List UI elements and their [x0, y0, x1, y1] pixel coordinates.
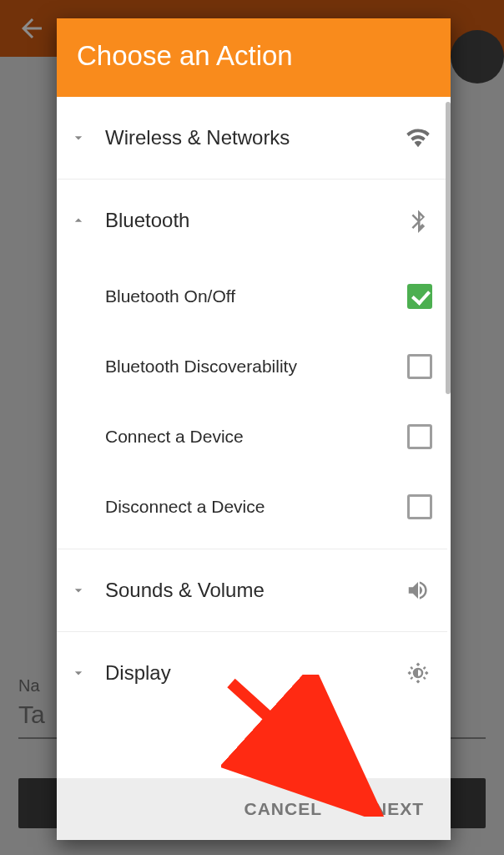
section-display: Display: [57, 632, 447, 714]
checkbox-checked[interactable]: [407, 284, 432, 309]
checkbox-unchecked[interactable]: [407, 494, 432, 519]
bluetooth-subitems: Bluetooth On/Off Bluetooth Discoverabili…: [57, 261, 447, 549]
section-header-sounds[interactable]: Sounds & Volume: [57, 549, 447, 631]
chevron-down-icon: [67, 579, 90, 602]
dialog-list[interactable]: Wireless & Networks Bluetooth Bluetooth …: [57, 97, 451, 778]
option-disconnect-device[interactable]: Disconnect a Device: [57, 472, 447, 542]
checkbox-unchecked[interactable]: [407, 424, 432, 449]
option-label: Disconnect a Device: [105, 497, 407, 517]
dialog-title: Choose an Action: [77, 40, 431, 72]
section-header-wireless[interactable]: Wireless & Networks: [57, 97, 447, 179]
scrollbar[interactable]: [446, 102, 451, 394]
section-header-bluetooth[interactable]: Bluetooth: [57, 180, 447, 261]
volume-icon: [404, 576, 432, 605]
option-label: Connect a Device: [105, 427, 407, 447]
cancel-button[interactable]: CANCEL: [239, 792, 327, 826]
fab-button: [451, 30, 504, 83]
section-sounds-volume: Sounds & Volume: [57, 549, 447, 632]
section-title: Sounds & Volume: [105, 579, 404, 602]
chevron-down-icon: [67, 126, 90, 149]
section-bluetooth: Bluetooth Bluetooth On/Off Bluetooth Dis…: [57, 180, 447, 549]
dialog-header: Choose an Action: [57, 18, 451, 97]
option-bluetooth-on-off[interactable]: Bluetooth On/Off: [57, 261, 447, 331]
choose-action-dialog: Choose an Action Wireless & Networks: [57, 18, 451, 840]
option-label: Bluetooth On/Off: [105, 286, 407, 306]
back-icon: [17, 13, 47, 43]
option-connect-device[interactable]: Connect a Device: [57, 402, 447, 472]
brightness-icon: [404, 659, 432, 687]
section-header-display[interactable]: Display: [57, 632, 447, 714]
option-bluetooth-discoverability[interactable]: Bluetooth Discoverability: [57, 331, 447, 402]
dialog-footer: CANCEL NEXT: [57, 778, 451, 840]
bluetooth-icon: [404, 206, 432, 235]
wifi-icon: [404, 124, 432, 152]
section-title: Bluetooth: [105, 209, 404, 232]
option-label: Bluetooth Discoverability: [105, 357, 407, 377]
section-wireless-networks: Wireless & Networks: [57, 97, 447, 180]
section-title: Wireless & Networks: [105, 126, 404, 149]
next-button[interactable]: NEXT: [369, 792, 429, 826]
checkbox-unchecked[interactable]: [407, 354, 432, 379]
chevron-up-icon: [67, 209, 90, 232]
section-title: Display: [105, 661, 404, 685]
chevron-down-icon: [67, 661, 90, 685]
